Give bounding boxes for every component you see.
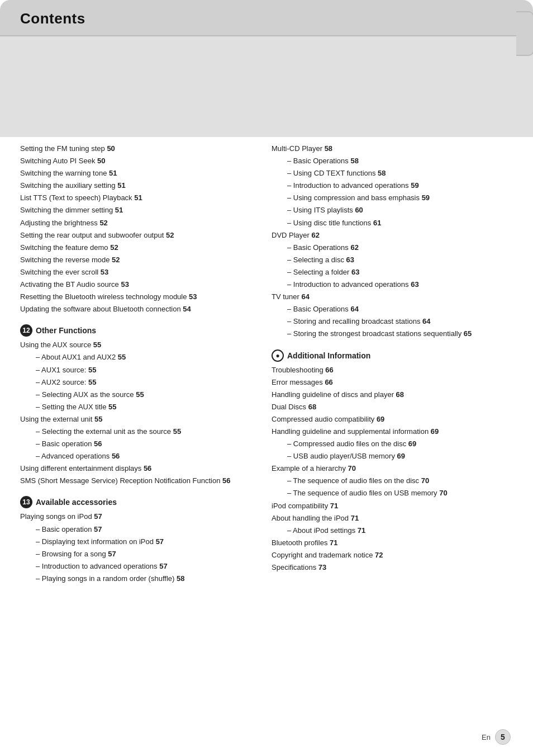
page-num: 55 <box>108 403 116 411</box>
toc-line: Handling guideline of discs and player 6… <box>272 389 513 401</box>
page-num: 71 <box>330 502 338 510</box>
page-num: 56 <box>144 464 151 472</box>
toc-line: Using different entertainment displays 5… <box>20 462 255 475</box>
toc-line: – Storing the strongest broadcast statio… <box>272 328 513 340</box>
page-num: 70 <box>421 476 429 485</box>
additional-info-label: Additional Information <box>287 351 370 360</box>
page-num: 52 <box>166 231 174 239</box>
toc-line: – Basic Operations 62 <box>272 242 513 254</box>
page-num: 53 <box>101 268 108 276</box>
toc-line: – Advanced operations 56 <box>20 450 255 462</box>
toc-line: – Storing and recalling broadcast statio… <box>272 315 513 328</box>
page-num: 71 <box>358 526 365 535</box>
page-num: 56 <box>222 476 230 485</box>
additional-info-title: ● Additional Information <box>272 349 513 362</box>
page-num: 71 <box>351 514 359 522</box>
toc-line: iPod compatibility 71 <box>272 500 513 512</box>
page-num: 58 <box>378 169 386 177</box>
page-num: 73 <box>318 563 326 571</box>
toc-line: TV tuner 64 <box>272 291 513 303</box>
toc-line: Bluetooth profiles 71 <box>272 537 513 549</box>
toc-line: – Using disc title functions 61 <box>272 217 513 229</box>
right-column: Multi-CD Player 58– Basic Operations 58–… <box>266 143 513 585</box>
additional-info-badge: ● <box>272 349 284 362</box>
page-num: 51 <box>115 206 123 214</box>
footer: En 5 <box>482 729 511 745</box>
toc-line: List TTS (Text to speech) Playback 51 <box>20 192 255 204</box>
page-num: 50 <box>97 157 105 165</box>
page-num: 55 <box>88 378 96 386</box>
toc-line: Setting the rear output and subwoofer ou… <box>20 229 255 242</box>
toc-line: Example of a hierarchy 70 <box>272 462 513 475</box>
page-num: 64 <box>350 305 358 313</box>
pre-section-lines: Setting the FM tuning step 50Switching A… <box>20 143 255 315</box>
toc-line: – Setting the AUX title 55 <box>20 401 255 413</box>
page-num: 71 <box>330 538 337 547</box>
toc-line: Updating the software about Bluetooth co… <box>20 303 255 315</box>
toc-line: – Basic Operations 64 <box>272 303 513 315</box>
page-num: 69 <box>397 452 405 460</box>
page-num: 66 <box>325 378 332 386</box>
toc-line: – AUX1 source: 55 <box>20 364 255 376</box>
page-num: 70 <box>439 489 447 497</box>
page: Contents Setting the FM tuning step 50Sw… <box>0 0 533 756</box>
toc-line: Multi-CD Player 58 <box>272 143 513 155</box>
toc-line: Using the AUX source 55 <box>20 339 255 351</box>
page-num: 63 <box>351 268 359 276</box>
toc-line: – Basic Operations 58 <box>272 155 513 167</box>
page-num: 61 <box>373 219 381 227</box>
header: Contents <box>0 0 533 36</box>
page-num: 51 <box>134 193 142 202</box>
page-num: 68 <box>308 403 316 411</box>
page-num: 55 <box>118 353 126 361</box>
page-num: 58 <box>350 157 358 165</box>
page-num: 57 <box>94 525 102 533</box>
toc-line: – AUX2 source: 55 <box>20 376 255 389</box>
page-num: 66 <box>325 366 333 374</box>
page-num: 55 <box>136 390 144 399</box>
toc-line: – Introduction to advanced operations 59 <box>272 179 513 192</box>
page-num: 52 <box>110 243 118 252</box>
footer-lang: En <box>482 733 491 741</box>
toc-line: Switching the ever scroll 53 <box>20 266 255 278</box>
page-num: 52 <box>99 219 107 227</box>
toc-line: Adjusting the brightness 52 <box>20 217 255 229</box>
additional-info-section: ● Additional Information Troubleshooting… <box>272 349 513 574</box>
toc-line: – Selecting the external unit as the sou… <box>20 426 255 438</box>
toc-line: – Basic operation 57 <box>20 523 255 536</box>
footer-page: 5 <box>495 729 511 745</box>
gray-placeholder <box>0 36 533 137</box>
page-num: 69 <box>377 415 384 423</box>
page-num: 65 <box>464 329 472 338</box>
toc-line: – About AUX1 and AUX2 55 <box>20 351 255 363</box>
page-num: 70 <box>348 464 356 472</box>
section-12-label: Other Functions <box>36 326 96 335</box>
toc-line: SMS (Short Message Service) Reception No… <box>20 475 255 487</box>
side-tab <box>516 11 533 56</box>
section-13-label: Available accessories <box>36 498 117 507</box>
page-num: 50 <box>107 144 115 153</box>
page-num: 53 <box>189 292 197 301</box>
toc-line: – Selecting a folder 63 <box>272 266 513 278</box>
toc-line: – Introduction to advanced operations 57 <box>20 560 255 573</box>
toc-line: – Selecting a disc 63 <box>272 254 513 266</box>
toc-line: Switching Auto PI Seek 50 <box>20 155 255 167</box>
toc-line: Switching the auxiliary setting 51 <box>20 179 255 192</box>
section-12: 12 Other Functions Using the AUX source … <box>20 324 255 487</box>
toc-line: Switching the reverse mode 52 <box>20 254 255 266</box>
page-num: 60 <box>355 206 363 214</box>
toc-line: Dual Discs 68 <box>272 401 513 413</box>
toc-line: – Displaying text information on iPod 57 <box>20 536 255 548</box>
toc-line: – Playing songs in a random order (shuff… <box>20 573 255 585</box>
toc-line: Setting the FM tuning step 50 <box>20 143 255 155</box>
toc-line: – The sequence of audio files on the dis… <box>272 475 513 487</box>
toc-line: Specifications 73 <box>272 561 513 574</box>
left-column: Setting the FM tuning step 50Switching A… <box>20 143 266 585</box>
page-num: 57 <box>159 562 167 570</box>
page-num: 63 <box>411 280 418 289</box>
page-num: 72 <box>375 551 383 559</box>
section-12-items: Using the AUX source 55– About AUX1 and … <box>20 339 255 487</box>
toc-line: – Introduction to advanced operations 63 <box>272 278 513 291</box>
additional-info-items: Troubleshooting 66Error messages 66Handl… <box>272 364 513 574</box>
page-num: 54 <box>183 305 191 313</box>
